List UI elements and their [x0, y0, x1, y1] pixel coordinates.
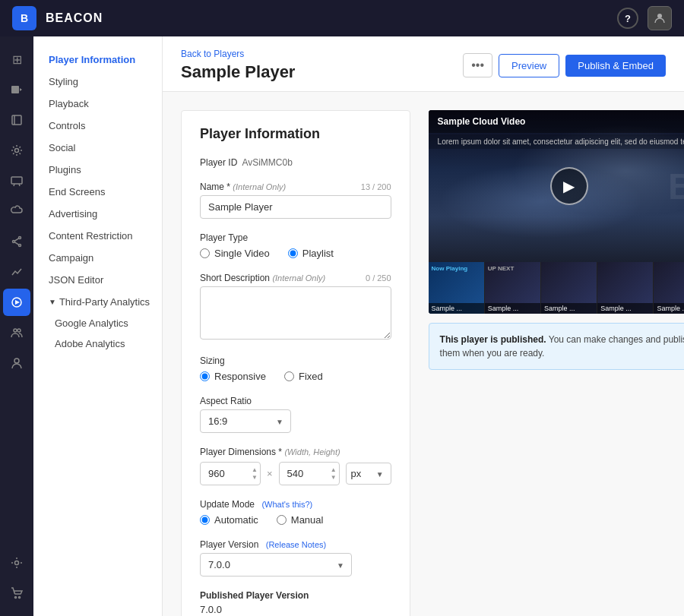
single-video-radio[interactable]: Single Video [200, 248, 270, 259]
width-input-wrap: ▲ ▼ [200, 462, 261, 485]
left-sidebar: Player Information Styling Playback Cont… [33, 36, 163, 616]
published-version-group: Published Player Version 7.0.0 [200, 590, 391, 615]
playlist-item-3[interactable]: Sample ... [597, 262, 654, 314]
content-header: Back to Players Sample Player ••• Previe… [163, 36, 684, 92]
svg-marker-15 [15, 300, 20, 305]
brand-name: BEACON [46, 11, 103, 25]
svg-point-11 [13, 241, 15, 243]
nav-icon-user-manage[interactable] [3, 349, 30, 377]
height-down-button[interactable]: ▼ [329, 474, 338, 482]
player-version-label: Player Version [200, 539, 258, 550]
sidebar-item-plugins[interactable]: Plugins [33, 159, 162, 181]
unit-select[interactable]: px % em [346, 463, 391, 485]
playlist-label-3: Sample ... [597, 303, 653, 314]
nav-icon-settings[interactable] [3, 137, 30, 164]
user-avatar-button[interactable] [648, 6, 672, 30]
sidebar-item-playback[interactable]: Playback [33, 93, 162, 115]
player-version-select-wrapper: 7.0.0 6.66.5 6.65.0 [200, 553, 352, 577]
playlist-radio-input[interactable] [288, 248, 298, 258]
sidebar-item-player-information[interactable]: Player Information [33, 49, 162, 71]
content-header-right: ••• Preview Publish & Embed [463, 53, 666, 77]
fixed-radio-input[interactable] [284, 371, 294, 381]
player-type-row: Single Video Playlist [200, 248, 391, 259]
playlist-radio[interactable]: Playlist [288, 248, 334, 259]
dimensions-row: ▲ ▼ × ▲ ▼ [200, 462, 391, 485]
play-button[interactable]: ▶ [550, 167, 588, 205]
width-down-button[interactable]: ▼ [250, 474, 259, 482]
nav-icon-team[interactable] [3, 319, 30, 346]
height-up-button[interactable]: ▲ [329, 466, 338, 474]
fixed-radio[interactable]: Fixed [284, 371, 323, 382]
nav-icon-tv[interactable] [3, 167, 30, 194]
sidebar-item-content-restriction[interactable]: Content Restriction [33, 225, 162, 247]
playlist-item-1[interactable]: UP NEXT Sample ... [485, 262, 541, 314]
player-version-select[interactable]: 7.0.0 6.66.5 6.65.0 [200, 553, 352, 577]
video-playlist: Now Playing Sample ... UP NEXT Sample ..… [429, 262, 684, 314]
short-desc-textarea[interactable] [200, 286, 391, 340]
svg-rect-6 [11, 177, 22, 184]
nav-icon-cloud[interactable] [3, 197, 30, 225]
nav-icon-bottom-settings[interactable] [3, 549, 30, 577]
automatic-radio-input[interactable] [200, 515, 210, 525]
automatic-radio[interactable]: Automatic [200, 514, 258, 526]
manual-radio[interactable]: Manual [277, 514, 324, 526]
sidebar-item-styling[interactable]: Styling [33, 71, 162, 93]
help-button[interactable]: ? [617, 8, 638, 29]
single-video-radio-input[interactable] [200, 248, 210, 258]
aspect-ratio-select-wrapper: 16:9 4:3 1:1 9:16 [200, 409, 291, 433]
sidebar-item-adobe-analytics[interactable]: Adobe Analytics [33, 333, 162, 354]
nav-icon-video[interactable] [3, 76, 30, 103]
width-up-button[interactable]: ▲ [250, 466, 259, 474]
video-watermark: B [668, 166, 684, 207]
playlist-label-2: Sample ... [541, 303, 597, 314]
svg-line-7 [14, 184, 14, 186]
app-logo: B [12, 6, 36, 30]
sidebar-item-social[interactable]: Social [33, 137, 162, 159]
nav-icon-media[interactable] [3, 106, 30, 134]
nav-icon-player[interactable] [3, 289, 30, 316]
third-party-chevron-icon: ▼ [49, 298, 56, 306]
sizing-label: Sizing [200, 355, 225, 366]
name-input[interactable] [200, 195, 391, 219]
sidebar-item-campaign[interactable]: Campaign [33, 247, 162, 269]
publish-embed-button[interactable]: Publish & Embed [565, 55, 666, 77]
update-mode-row: Automatic Manual [200, 514, 391, 526]
playlist-item-4[interactable]: Sample ... [654, 262, 684, 314]
responsive-radio-input[interactable] [200, 371, 210, 381]
playlist-label-1: Sample ... [485, 303, 540, 314]
third-party-analytics-section[interactable]: ▼ Third-Party Analytics [33, 291, 162, 313]
svg-point-19 [15, 561, 19, 565]
responsive-radio[interactable]: Responsive [200, 371, 266, 382]
manual-radio-input[interactable] [277, 515, 287, 525]
playlist-tag-1: UP NEXT [488, 265, 515, 272]
published-version-label: Published Player Version [200, 590, 391, 601]
sidebar-item-controls[interactable]: Controls [33, 115, 162, 137]
sidebar-item-google-analytics[interactable]: Google Analytics [33, 313, 162, 333]
whats-this-link[interactable]: (What's this?) [261, 500, 312, 509]
playlist-item-0[interactable]: Now Playing Sample ... [429, 262, 485, 314]
playlist-item-2[interactable]: Sample ... [541, 262, 597, 314]
height-input-wrap: ▲ ▼ [279, 462, 340, 485]
aspect-ratio-group: Aspect Ratio 16:9 4:3 1:1 9:16 [200, 396, 391, 433]
more-options-button[interactable]: ••• [463, 53, 492, 77]
preview-button[interactable]: Preview [499, 54, 559, 77]
sidebar-item-json-editor[interactable]: JSON Editor [33, 269, 162, 291]
sidebar-item-advertising[interactable]: Advertising [33, 203, 162, 225]
nav-icon-analytics[interactable] [3, 258, 30, 286]
svg-point-10 [19, 245, 21, 247]
published-notice-bold: This player is published. [440, 334, 546, 345]
svg-point-16 [14, 329, 17, 332]
aspect-ratio-select[interactable]: 16:9 4:3 1:1 9:16 [200, 409, 291, 433]
name-char-count: 13 / 200 [361, 182, 391, 191]
published-version-value: 7.0.0 [200, 604, 391, 615]
svg-line-13 [14, 242, 18, 245]
nav-icon-cart[interactable] [3, 580, 30, 607]
nav-icon-home[interactable]: ⊞ [3, 46, 30, 73]
release-notes-link[interactable]: (Release Notes) [266, 540, 326, 549]
nav-icon-share[interactable] [3, 228, 30, 255]
back-to-players-link[interactable]: Back to Players [181, 49, 295, 59]
right-panel: Sample Cloud Video TM Lorem ipsum dolor … [429, 110, 684, 616]
svg-point-0 [657, 14, 662, 18]
sidebar-item-end-screens[interactable]: End Screens [33, 181, 162, 203]
name-field-group: Name * (Internal Only) 13 / 200 [200, 182, 391, 219]
